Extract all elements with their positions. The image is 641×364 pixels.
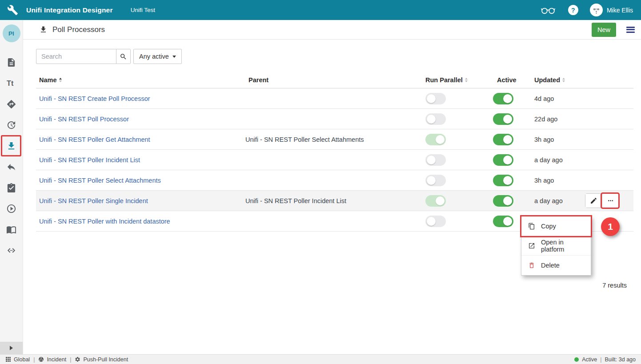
table-row: Unifi - SN REST Poller Incident Lista da… xyxy=(36,150,633,170)
sidebar-item-reply[interactable] xyxy=(6,161,17,172)
sidebar-item-play-circle[interactable] xyxy=(6,203,17,214)
active-toggle[interactable] xyxy=(493,195,513,207)
page-header: Poll Processors New xyxy=(23,20,641,40)
search-box xyxy=(36,49,131,64)
column-header-run-parallel[interactable]: Run Parallel xyxy=(413,76,480,84)
processor-link[interactable]: Unifi - SN REST Poller Select Attachment… xyxy=(39,177,161,184)
cell-active xyxy=(480,175,521,186)
active-toggle[interactable] xyxy=(493,113,513,125)
edit-button[interactable] xyxy=(585,194,602,208)
footer-item-label: Push-Pull Incident xyxy=(83,356,128,363)
cell-active xyxy=(480,216,521,227)
user-name[interactable]: Mike Ellis xyxy=(607,7,633,14)
page-title: Poll Processors xyxy=(52,25,105,34)
toggle-knob xyxy=(503,156,512,164)
footer-item-global[interactable]: Global xyxy=(5,356,30,363)
help-icon[interactable]: ? xyxy=(568,5,578,15)
cell-run-parallel xyxy=(413,134,480,145)
processor-link[interactable]: Unifi - SN REST Create Poll Processor xyxy=(39,95,150,102)
cell-active xyxy=(480,113,521,125)
column-label: Updated xyxy=(534,76,560,84)
user-avatar[interactable] xyxy=(590,4,603,16)
run-parallel-toggle[interactable] xyxy=(425,93,446,104)
app-title: Unifi Integration Designer xyxy=(26,6,113,14)
sidebar-item-directions[interactable] xyxy=(6,98,17,110)
active-toggle[interactable] xyxy=(493,175,513,186)
sidebar-item-file[interactable] xyxy=(6,56,17,68)
active-toggle[interactable] xyxy=(493,134,513,145)
grid-icon xyxy=(5,356,11,362)
footer-breadcrumb: Global|Incident|Push-Pull Incident xyxy=(5,356,128,363)
table-header: NameParentRun ParallelActiveUpdated xyxy=(36,72,633,88)
more-actions-button[interactable] xyxy=(602,194,618,208)
column-header-name[interactable]: Name xyxy=(36,76,245,84)
active-toggle[interactable] xyxy=(493,216,513,227)
menu-icon[interactable] xyxy=(626,27,635,33)
footer-separator: | xyxy=(33,356,35,363)
main-content: Poll Processors New Any active NameParen… xyxy=(23,20,641,354)
status-dot xyxy=(574,357,579,362)
sidebar-item-text-format[interactable]: Tt xyxy=(6,77,17,89)
active-toggle[interactable] xyxy=(493,93,513,104)
processor-link[interactable]: Unifi - SN REST Poller with Incident dat… xyxy=(39,218,170,225)
built-label: Built: 3d ago xyxy=(605,356,636,363)
cell-run-parallel xyxy=(413,216,480,227)
sidebar-item-book[interactable] xyxy=(6,224,17,235)
workspace-name[interactable]: Unifi Test xyxy=(131,7,155,13)
footer-separator: | xyxy=(600,356,601,363)
active-toggle[interactable] xyxy=(493,154,513,166)
run-parallel-toggle[interactable] xyxy=(425,154,446,166)
status-bar: Global|Incident|Push-Pull Incident Activ… xyxy=(0,354,641,364)
history-icon xyxy=(6,120,16,130)
sidebar-expand-button[interactable] xyxy=(0,342,23,354)
active-filter-dropdown[interactable]: Any active xyxy=(133,49,182,64)
run-parallel-toggle[interactable] xyxy=(425,175,446,186)
sidebar-item-code[interactable] xyxy=(6,244,17,256)
external-link-icon xyxy=(528,242,535,249)
copy-icon xyxy=(528,223,535,230)
integration-avatar[interactable]: PI xyxy=(3,24,20,42)
toggle-knob xyxy=(427,156,436,164)
cell-name: Unifi - SN REST Poller Single Incident xyxy=(36,197,245,204)
toggle-knob xyxy=(503,135,512,144)
cell-parent: Unifi - SN REST Poller Incident List xyxy=(245,197,413,204)
toggle-knob xyxy=(427,115,436,124)
column-header-updated[interactable]: Updated xyxy=(521,76,575,84)
sort-up-arrow xyxy=(465,78,468,80)
processor-link[interactable]: Unifi - SN REST Poller Incident List xyxy=(39,156,140,164)
menu-item-delete[interactable]: Delete xyxy=(521,256,591,275)
footer-item-push-pull-incident[interactable]: Push-Pull Incident xyxy=(75,356,128,363)
menu-item-copy[interactable]: Copy xyxy=(521,216,591,236)
svg-text:Tt: Tt xyxy=(7,79,14,87)
cell-updated: a day ago xyxy=(521,197,575,204)
search-input[interactable] xyxy=(36,49,116,64)
menu-item-open-in-platform[interactable]: Open in platform xyxy=(521,236,591,256)
trash-icon xyxy=(528,262,535,269)
toggle-knob xyxy=(427,217,436,226)
sidebar-item-download[interactable] xyxy=(6,140,17,152)
table-row: Unifi - SN REST Poll Processor22d ago xyxy=(36,109,633,129)
sidebar-item-history[interactable] xyxy=(6,119,17,131)
run-parallel-toggle[interactable] xyxy=(425,195,446,207)
processor-link[interactable]: Unifi - SN REST Poller Get Attachment xyxy=(39,136,150,143)
menu-item-label: Open in platform xyxy=(541,239,584,253)
footer-item-incident[interactable]: Incident xyxy=(38,356,66,363)
search-button[interactable] xyxy=(116,49,130,64)
table-row: Unifi - SN REST Poller Single IncidentUn… xyxy=(36,191,633,211)
run-parallel-toggle[interactable] xyxy=(425,113,446,125)
sidebar: PI Tt xyxy=(0,20,23,354)
cell-updated: a day ago xyxy=(521,156,575,164)
glasses-icon[interactable] xyxy=(541,4,556,16)
footer-item-label: Incident xyxy=(47,356,66,363)
search-icon xyxy=(120,53,127,60)
new-button[interactable]: New xyxy=(592,23,616,37)
table-row: Unifi - SN REST Create Poll Processor4d … xyxy=(36,88,633,109)
run-parallel-toggle[interactable] xyxy=(425,134,446,145)
toggle-knob xyxy=(503,196,512,205)
sort-down-arrow xyxy=(59,80,62,82)
cell-run-parallel xyxy=(413,175,480,186)
processor-link[interactable]: Unifi - SN REST Poll Processor xyxy=(39,116,129,123)
processor-link[interactable]: Unifi - SN REST Poller Single Incident xyxy=(39,197,148,204)
run-parallel-toggle[interactable] xyxy=(425,216,446,227)
sidebar-item-task-check[interactable] xyxy=(6,182,17,193)
